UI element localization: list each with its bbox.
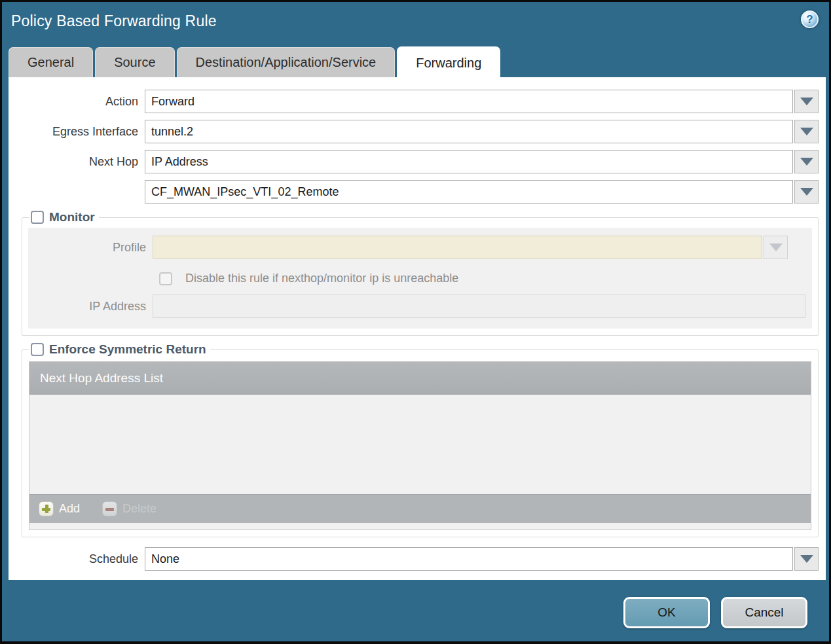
egress-interface-row: Egress Interface [22,120,819,143]
egress-interface-label: Egress Interface [22,125,145,139]
disable-rule-label: Disable this rule if nexthop/monitor ip … [185,272,458,285]
schedule-row: Schedule [22,547,819,571]
next-hop-label: Next Hop [22,155,145,169]
monitor-profile-input [153,236,762,259]
next-hop-address-row [22,180,819,204]
symmetric-return-section: Enforce Symmetric Return Next Hop Addres… [22,342,819,537]
next-hop-address-list-header: Next Hop Address List [29,362,811,395]
pbf-rule-dialog: { "dialog": { "title": "Policy Based For… [0,0,831,644]
tab-general[interactable]: General [9,47,93,77]
cancel-button[interactable]: Cancel [721,597,807,628]
monitor-box: Profile Disable this rule if nexthop/mon… [28,228,812,329]
next-hop-address-dropdown-button[interactable] [794,180,819,204]
monitor-profile-dropdown-button [764,236,788,259]
chevron-down-icon [769,243,783,251]
delete-button: Delete [102,501,157,516]
tab-destination-application-service[interactable]: Destination/Application/Service [177,47,396,77]
chevron-down-icon [800,188,813,196]
action-row: Action [22,90,819,113]
tab-source[interactable]: Source [95,47,174,77]
chevron-down-icon [800,128,813,135]
tab-bar: General Source Destination/Application/S… [9,46,822,77]
delete-button-label: Delete [122,502,157,516]
chevron-down-icon [800,555,813,563]
dialog-footer: OK Cancel [623,597,807,628]
monitor-ip-address-input [153,295,805,318]
minus-icon [102,501,117,516]
action-label: Action [22,95,145,109]
add-button-label: Add [59,502,80,516]
disable-rule-checkbox [159,272,172,285]
egress-interface-input[interactable] [145,120,793,143]
chevron-down-icon [800,98,813,105]
monitor-disable-rule-row: Disable this rule if nexthop/monitor ip … [159,272,812,285]
schedule-label: Schedule [22,552,145,566]
egress-interface-dropdown-button[interactable] [794,120,819,143]
plus-icon [39,501,54,516]
monitor-ip-address-label: IP Address [28,300,153,313]
monitor-legend: Monitor [29,210,99,224]
monitor-profile-row: Profile [28,236,812,259]
forwarding-tab-panel: Action Egress Interface Next Hop [9,77,826,580]
enforce-symmetric-return-title: Enforce Symmetric Return [49,342,206,357]
next-hop-dropdown-button[interactable] [794,150,819,173]
ok-button[interactable]: OK [623,597,710,628]
tab-forwarding[interactable]: Forwarding [397,46,500,79]
symmetric-return-legend: Enforce Symmetric Return [29,342,210,357]
dialog-title: Policy Based Forwarding Rule [11,12,217,30]
dialog-titlebar: Policy Based Forwarding Rule ? [2,2,829,45]
chevron-down-icon [800,158,813,166]
next-hop-row: Next Hop [22,150,819,173]
action-input[interactable] [145,90,793,113]
monitor-checkbox[interactable] [31,211,44,224]
next-hop-address-list-body[interactable] [29,395,811,494]
next-hop-type-input[interactable] [145,150,793,173]
table-bottom-strip [29,523,811,529]
next-hop-address-table: Next Hop Address List Add Delete [29,361,811,530]
monitor-section: Monitor Profile Disable this rule if nex… [22,210,819,336]
monitor-title: Monitor [49,210,95,224]
table-toolbar: Add Delete [29,494,811,523]
enforce-symmetric-return-checkbox[interactable] [31,343,44,356]
action-dropdown-button[interactable] [794,90,819,113]
schedule-input[interactable] [145,547,793,571]
help-icon[interactable]: ? [801,10,819,28]
schedule-dropdown-button[interactable] [794,547,819,571]
monitor-profile-label: Profile [28,241,153,255]
add-button[interactable]: Add [39,501,80,516]
monitor-ip-address-row: IP Address [28,295,812,318]
next-hop-address-input[interactable] [145,180,793,204]
